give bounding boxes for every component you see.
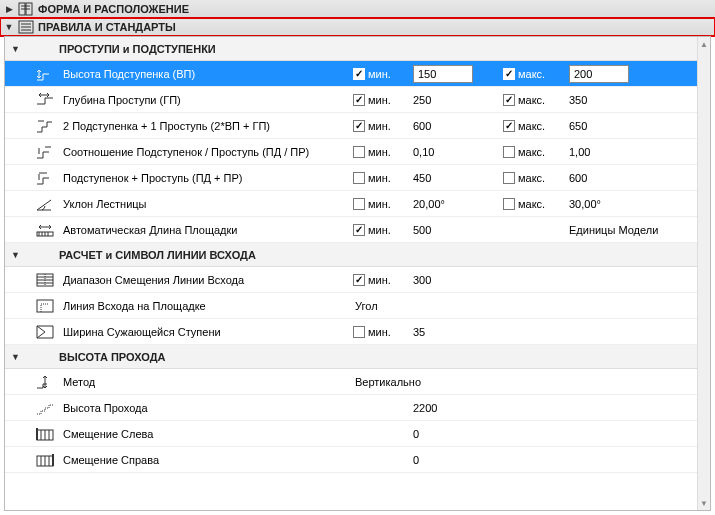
min-label: мин. xyxy=(368,274,391,286)
riser-height-icon xyxy=(31,66,59,82)
collapse-icon[interactable]: ▼ xyxy=(11,250,21,260)
collapse-icon[interactable]: ▼ xyxy=(11,352,21,362)
scroll-down-icon[interactable]: ▼ xyxy=(698,496,710,510)
collapse-icon[interactable]: ▼ xyxy=(4,22,14,32)
max-label: макс. xyxy=(518,172,545,184)
row-label: Высота Подступенка (ВП) xyxy=(59,68,353,80)
min-label: мин. xyxy=(368,198,391,210)
min-label: мин. xyxy=(368,68,391,80)
row-label: Высота Прохода xyxy=(59,402,353,414)
section-headroom[interactable]: ▼ ВЫСОТА ПРОХОДА xyxy=(5,345,697,369)
min-value: 0,10 xyxy=(411,146,503,158)
min-value: 450 xyxy=(411,172,503,184)
max-label: макс. xyxy=(518,68,545,80)
landing-icon xyxy=(31,222,59,238)
collapse-icon[interactable]: ▼ xyxy=(11,44,21,54)
method-icon xyxy=(31,374,59,390)
min-label: мин. xyxy=(368,172,391,184)
row-method[interactable]: Метод Вертикально xyxy=(5,369,697,395)
max-input[interactable]: 200 xyxy=(569,65,629,83)
walkline-landing-icon xyxy=(31,298,59,314)
row-label: Автоматическая Длина Площадки xyxy=(59,224,353,236)
row-label: Смещение Справа xyxy=(59,454,353,466)
walkline-icon xyxy=(31,272,59,288)
row-label: Соотношение Подступенок / Проступь (ПД /… xyxy=(59,146,353,158)
headroom-icon xyxy=(31,400,59,416)
row-riser-plus-tread[interactable]: Подступенок + Проступь (ПД + ПР) мин. 45… xyxy=(5,165,697,191)
row-label: Ширина Сужающейся Ступени xyxy=(59,326,353,338)
max-value: 600 xyxy=(567,172,697,184)
min-value: 250 xyxy=(411,94,503,106)
min-checkbox[interactable] xyxy=(353,120,365,132)
row-riser-tread-ratio[interactable]: Соотношение Подступенок / Проступь (ПД /… xyxy=(5,139,697,165)
min-label: мин. xyxy=(368,94,391,106)
min-checkbox[interactable] xyxy=(353,274,365,286)
min-value: 500 xyxy=(411,224,503,236)
row-label: Подступенок + Проступь (ПД + ПР) xyxy=(59,172,353,184)
expand-icon[interactable]: ▶ xyxy=(4,4,14,14)
vertical-scrollbar[interactable]: ▲ ▼ xyxy=(697,37,710,510)
min-checkbox[interactable] xyxy=(353,146,365,158)
section-title: ВЫСОТА ПРОХОДА xyxy=(59,351,165,363)
row-value: 0 xyxy=(411,428,503,440)
row-walkline-on-landing[interactable]: Линия Всхода на Площадке Угол xyxy=(5,293,697,319)
max-label: макс. xyxy=(518,120,545,132)
row-auto-landing-length[interactable]: Автоматическая Длина Площадки мин. 500 Е… xyxy=(5,217,697,243)
header-label: ФОРМА И РАСПОЛОЖЕНИЕ xyxy=(38,3,189,15)
row-value: 0 xyxy=(411,454,503,466)
row-label: Уклон Лестницы xyxy=(59,198,353,210)
row-offset-left[interactable]: Смещение Слева 0 xyxy=(5,421,697,447)
section-title: РАСЧЕТ и СИМВОЛ ЛИНИИ ВСХОДА xyxy=(59,249,256,261)
row-2riser-1tread[interactable]: 2 Подступенка + 1 Проступь (2*ВП + ГП) м… xyxy=(5,113,697,139)
offset-right-icon xyxy=(31,452,59,468)
header-label: ПРАВИЛА И СТАНДАРТЫ xyxy=(38,21,176,33)
row-value: 2200 xyxy=(411,402,503,414)
row-headroom-height[interactable]: Высота Прохода 2200 xyxy=(5,395,697,421)
min-checkbox[interactable] xyxy=(353,198,365,210)
header-shape-position[interactable]: ▶ ФОРМА И РАСПОЛОЖЕНИЕ xyxy=(0,0,715,18)
section-treads-risers[interactable]: ▼ ПРОСТУПИ и ПОДСТУПЕНКИ xyxy=(5,37,697,61)
shape-icon xyxy=(18,2,34,16)
max-label: макс. xyxy=(518,94,545,106)
max-checkbox[interactable] xyxy=(503,94,515,106)
header-rules-standards[interactable]: ▼ ПРАВИЛА И СТАНДАРТЫ xyxy=(0,18,715,36)
max-checkbox[interactable] xyxy=(503,172,515,184)
section-title: ПРОСТУПИ и ПОДСТУПЕНКИ xyxy=(59,43,216,55)
offset-left-icon xyxy=(31,426,59,442)
narrowing-icon xyxy=(31,324,59,340)
max-checkbox[interactable] xyxy=(503,120,515,132)
row-label: Глубина Проступи (ГП) xyxy=(59,94,353,106)
min-value: 35 xyxy=(411,326,503,338)
min-label: мин. xyxy=(368,326,391,338)
min-value: 600 xyxy=(411,120,503,132)
min-checkbox[interactable] xyxy=(353,68,365,80)
max-label: макс. xyxy=(518,198,545,210)
sum-icon xyxy=(31,170,59,186)
min-checkbox[interactable] xyxy=(353,326,365,338)
formula-icon xyxy=(31,118,59,134)
row-label: Линия Всхода на Площадке xyxy=(59,300,353,312)
max-checkbox[interactable] xyxy=(503,68,515,80)
min-label: мин. xyxy=(368,146,391,158)
tread-depth-icon xyxy=(31,92,59,108)
row-offset-right[interactable]: Смещение Справа 0 xyxy=(5,447,697,473)
min-checkbox[interactable] xyxy=(353,172,365,184)
row-walkline-offset[interactable]: Диапазон Смещения Линии Всхода мин. 300 xyxy=(5,267,697,293)
svg-rect-18 xyxy=(37,300,53,312)
row-stair-slope[interactable]: Уклон Лестницы мин. 20,00° макс. 30,00° xyxy=(5,191,697,217)
min-checkbox[interactable] xyxy=(353,224,365,236)
min-checkbox[interactable] xyxy=(353,94,365,106)
min-value: 20,00° xyxy=(411,198,503,210)
min-label: мин. xyxy=(368,224,391,236)
min-input[interactable]: 150 xyxy=(413,65,473,83)
max-checkbox[interactable] xyxy=(503,198,515,210)
max-checkbox[interactable] xyxy=(503,146,515,158)
row-label: Диапазон Смещения Линии Всхода xyxy=(59,274,353,286)
row-riser-height[interactable]: Высота Подступенка (ВП) мин. 150 макс. 2… xyxy=(5,61,697,87)
row-tread-depth[interactable]: Глубина Проступи (ГП) мин. 250 макс. 350 xyxy=(5,87,697,113)
scroll-up-icon[interactable]: ▲ xyxy=(698,37,710,51)
min-value: 300 xyxy=(411,274,503,286)
section-walkline[interactable]: ▼ РАСЧЕТ и СИМВОЛ ЛИНИИ ВСХОДА xyxy=(5,243,697,267)
row-narrowing-tread-width[interactable]: Ширина Сужающейся Ступени мин. 35 xyxy=(5,319,697,345)
max-value: 30,00° xyxy=(567,198,697,210)
